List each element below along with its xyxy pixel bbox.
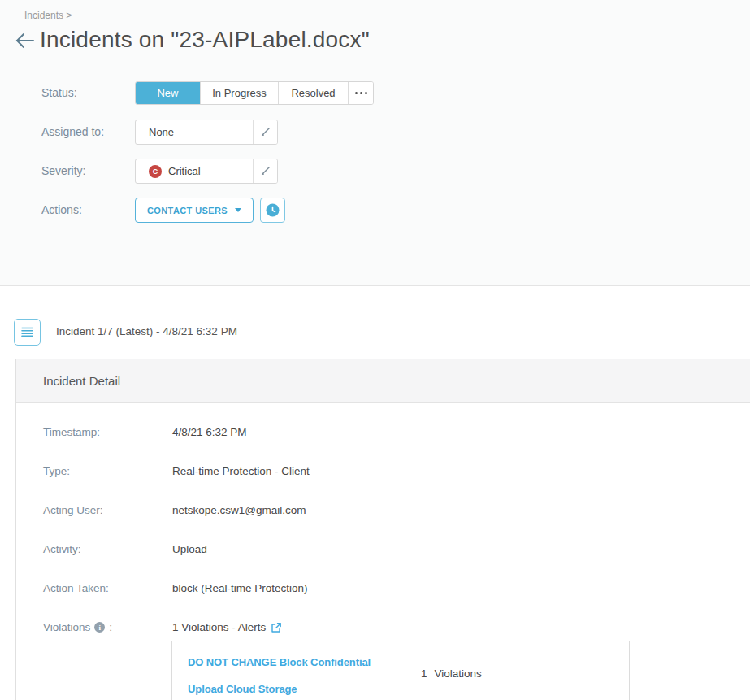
clock-icon	[266, 203, 280, 217]
detail-row-type: Type: Real-time Protection - Client	[16, 465, 750, 481]
acting-user-value: netskope.csw1@gmail.com	[172, 504, 306, 516]
contact-users-button[interactable]: CONTACT USERS	[135, 198, 254, 223]
info-icon[interactable]	[94, 622, 105, 633]
action-taken-value: block (Real-time Protection)	[172, 582, 308, 594]
timestamp-label: Timestamp:	[43, 426, 100, 438]
violations-table: DO NOT CHANGE Block Confidential Upload …	[171, 641, 630, 700]
status-option-new[interactable]: New	[136, 82, 201, 104]
type-value: Real-time Protection - Client	[172, 465, 310, 477]
activity-value: Upload	[172, 543, 207, 555]
violations-label-wrap: Violations :	[43, 621, 112, 633]
violations-table-policy-cell: DO NOT CHANGE Block Confidential Upload …	[172, 641, 401, 700]
violations-value: 1 Violations - Alerts	[172, 621, 266, 633]
caret-down-icon	[235, 208, 241, 212]
violations-label-colon: :	[109, 621, 112, 633]
violations-table-count-cell: 1 Violations	[401, 641, 629, 700]
detail-row-timestamp: Timestamp: 4/8/21 6:32 PM	[16, 426, 750, 442]
violations-count: 1	[421, 667, 427, 680]
type-label: Type:	[43, 465, 70, 477]
actions-label: Actions:	[41, 203, 82, 216]
detail-row-acting-user: Acting User: netskope.csw1@gmail.com	[16, 504, 750, 520]
pencil-icon	[261, 164, 271, 179]
status-more-options-button[interactable]	[349, 82, 373, 104]
incident-list-button[interactable]	[14, 319, 41, 346]
status-segmented-control: New In Progress Resolved	[135, 81, 374, 105]
breadcrumb[interactable]: Incidents >	[24, 10, 72, 21]
acting-user-label: Acting User:	[43, 504, 103, 516]
assigned-to-field: None	[135, 120, 278, 145]
detail-row-activity: Activity: Upload	[16, 543, 750, 559]
severity-field: C Critical	[135, 159, 278, 184]
incident-version-label: Incident 1/7 (Latest) - 4/8/21 6:32 PM	[56, 325, 237, 337]
pencil-icon	[261, 125, 271, 140]
severity-value-wrap: C Critical	[136, 159, 253, 183]
status-option-resolved[interactable]: Resolved	[279, 82, 349, 104]
assigned-to-label: Assigned to:	[41, 125, 104, 138]
violations-value-wrap: 1 Violations - Alerts	[172, 621, 282, 633]
status-option-in-progress[interactable]: In Progress	[201, 82, 279, 104]
activity-label: Activity:	[43, 543, 81, 555]
status-label: Status:	[41, 86, 77, 99]
timestamp-value: 4/8/21 6:32 PM	[172, 426, 247, 438]
incident-detail-panel: Incident Detail Timestamp: 4/8/21 6:32 P…	[15, 359, 750, 700]
ellipsis-icon	[355, 92, 367, 94]
incident-page: Incidents > Incidents on "23-AIPLabel.do…	[0, 0, 750, 700]
detail-row-violations: Violations : 1 Violations - Alerts	[16, 621, 750, 637]
contact-users-button-label: CONTACT USERS	[147, 206, 228, 215]
page-title: Incidents on "23-AIPLabel.docx"	[40, 27, 370, 53]
external-link-icon[interactable]	[271, 622, 282, 633]
assigned-to-value: None	[136, 120, 253, 144]
list-icon	[21, 327, 33, 337]
severity-label: Severity:	[41, 164, 85, 177]
back-arrow-icon[interactable]	[14, 29, 37, 52]
severity-value: Critical	[168, 165, 201, 177]
incident-summary-section: Incidents > Incidents on "23-AIPLabel.do…	[0, 0, 750, 286]
policy-link[interactable]: DO NOT CHANGE Block Confidential Upload …	[188, 656, 371, 695]
severity-critical-badge: C	[149, 165, 162, 178]
violations-label: Violations	[43, 621, 90, 633]
assigned-to-edit-button[interactable]	[253, 120, 277, 144]
detail-row-action-taken: Action Taken: block (Real-time Protectio…	[16, 582, 750, 598]
action-taken-label: Action Taken:	[43, 582, 109, 594]
schedule-action-button[interactable]	[260, 198, 285, 223]
violations-count-label: Violations	[435, 667, 482, 680]
severity-edit-button[interactable]	[253, 159, 277, 183]
incident-detail-header: Incident Detail	[16, 359, 750, 403]
